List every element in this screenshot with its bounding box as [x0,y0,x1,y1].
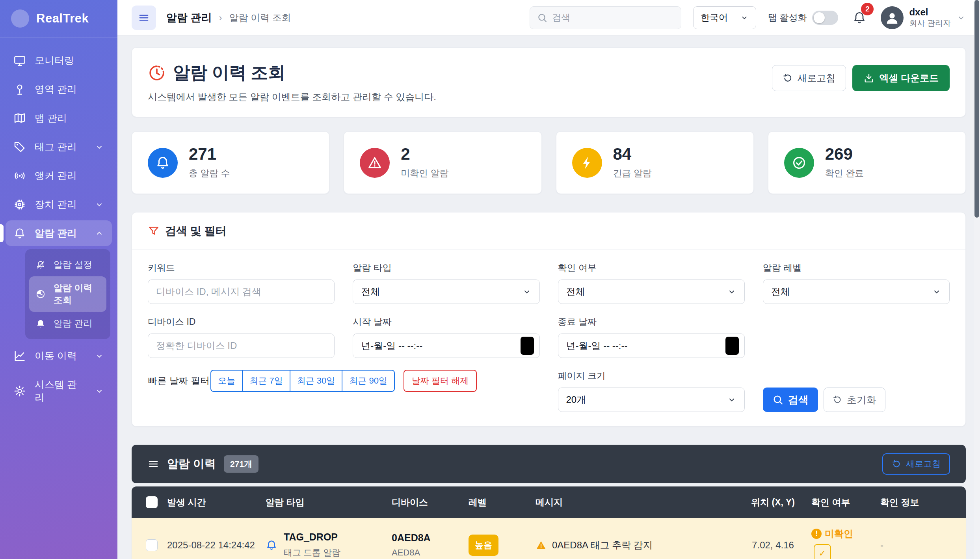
sidebar-item-label: 시스템 관리 [35,378,86,404]
table-row[interactable]: 2025-08-22 14:24:42 TAG_DROP 태그 드롭 알람 0A… [132,518,966,559]
cell-level: 높음 [469,535,536,556]
search-input[interactable] [552,12,674,23]
language-select[interactable]: 한국어 [693,6,756,29]
column-header: 발생 시간 [167,496,266,509]
keyword-input[interactable] [148,280,335,304]
warning-triangle-icon [536,540,547,551]
message-text: 0AED8A 태그 추락 감지 [552,539,653,552]
stat-label: 미확인 알람 [401,167,448,179]
cell-ack-info: - [880,540,966,551]
stat-card-critical: 84 긴급 알람 [556,131,754,194]
submenu-item-alarm-manage[interactable]: 알람 관리 [29,312,106,335]
stats-row: 271 총 알람 수 2 미확인 알람 84 긴급 알람 [132,131,966,194]
calendar-picker-icon[interactable] [725,337,739,355]
sidebar-item-system[interactable]: 시스템 관리 [6,372,112,410]
warning-triangle-icon [360,148,390,178]
tag-icon [13,141,26,153]
scrollbar-thumb[interactable] [974,0,979,218]
submenu-item-alarm-settings[interactable]: 알람 설정 [29,253,106,276]
search-button[interactable]: 검색 [763,388,818,412]
quick-date-30d-button[interactable]: 최근 30일 [290,370,342,392]
notifications-button[interactable]: 2 [850,8,869,27]
cell-device: 0AED8A AED8A [392,532,469,558]
sidebar-item-maps[interactable]: 맵 관리 [6,105,112,131]
submenu-item-alarm-history[interactable]: 알람 이력 조회 [29,276,106,312]
chevron-down-icon [95,351,104,361]
acknowledge-button[interactable]: ✓ [814,544,831,559]
anchor-signal-icon [13,170,26,182]
device-id-label: 디바이스 ID [148,316,335,328]
stat-card-unacknowledged: 2 미확인 알람 [344,131,541,194]
breadcrumb-section[interactable]: 알람 관리 [166,11,212,25]
sidebar-item-anchors[interactable]: 앵커 관리 [6,163,112,188]
user-name: dxel [909,7,951,18]
quick-date-90d-button[interactable]: 최근 90일 [342,370,395,392]
sidebar-item-tags[interactable]: 태그 관리 [6,134,112,160]
page-title-block: 알람 이력 조회 시스템에서 발생한 모든 알람 이벤트를 조회하고 관리할 수… [148,61,436,103]
row-checkbox[interactable] [146,539,158,551]
sidebar-item-devices[interactable]: 장치 관리 [6,192,112,217]
quick-date-today-button[interactable]: 오늘 [210,370,242,392]
sidebar-nav: 모니터링 영역 관리 맵 관리 태그 관리 [0,41,117,559]
alarm-type-value: 전체 [361,285,380,298]
sidebar-item-alarms[interactable]: 알람 관리 [6,220,112,246]
alarm-type-select[interactable]: 전체 [353,280,539,304]
alarm-table: 발생 시간 알람 타입 디바이스 레벨 메시지 위치 (X, Y) 확인 여부 … [132,486,966,559]
clear-date-filter-button[interactable]: 날짜 필터 해제 [404,370,477,392]
page-content: 알람 이력 조회 시스템에서 발생한 모든 알람 이벤트를 조회하고 관리할 수… [117,35,980,559]
sidebar-item-monitoring[interactable]: 모니터링 [6,48,112,73]
refresh-button[interactable]: 새로고침 [772,65,846,91]
breadcrumb-separator-icon: › [219,12,222,23]
filter-actions: 검색 초기화 [763,370,950,412]
column-header: 확인 정보 [880,496,966,509]
sidebar-item-areas[interactable]: 영역 관리 [6,76,112,102]
field-page-size: 페이지 크기 20개 [558,370,745,412]
bell-outline-icon [266,539,277,551]
history-clock-icon [148,64,166,82]
chevron-down-icon [727,287,736,296]
bell-icon [148,148,178,178]
quick-date-7d-button[interactable]: 최근 7일 [242,370,289,392]
tab-activation-toggle[interactable] [812,11,838,25]
sidebar-item-movement-history[interactable]: 이동 이력 [6,343,112,369]
refresh-icon [892,459,901,469]
page-size-value: 20개 [566,393,586,406]
language-select-value: 한국어 [701,11,728,24]
select-all-checkbox[interactable] [146,496,158,508]
user-role: 회사 관리자 [909,18,951,28]
scrollbar-track [974,0,980,559]
list-icon [147,458,159,470]
excel-download-button[interactable]: 엑셀 다운로드 [852,65,950,91]
reset-button[interactable]: 초기화 [824,388,885,412]
sidebar-toggle-button[interactable] [132,6,156,30]
column-header: 알람 타입 [266,496,392,509]
table-refresh-button[interactable]: 새로고침 [882,453,950,475]
chip-icon [13,198,26,211]
calendar-picker-icon[interactable] [521,337,534,355]
search-button-label: 검색 [788,393,809,407]
ack-status-select[interactable]: 전체 [558,280,745,304]
monitor-icon [13,54,26,67]
breadcrumb-page: 알람 이력 조회 [229,11,291,24]
alarm-level-select[interactable]: 전체 [763,280,950,304]
field-spacer [763,316,950,358]
stat-card-total-alarms: 271 총 알람 수 [132,131,329,194]
main-area: 알람 관리 › 알람 이력 조회 한국어 탭 활성화 [117,0,980,559]
stat-label: 긴급 알람 [613,167,652,179]
notification-badge: 2 [861,3,874,15]
chevron-down-icon [95,386,104,396]
end-date-input[interactable]: 년-월-일 -- --:-- [558,334,745,358]
funnel-icon [148,225,160,237]
lightning-icon [572,148,602,178]
page-size-select[interactable]: 20개 [558,388,745,412]
quick-date-filter-label: 빠른 날짜 필터 [148,370,210,392]
cell-time: 2025-08-22 14:24:42 [167,540,266,551]
column-header: 위치 (X, Y) [735,496,811,509]
device-id-input[interactable] [148,334,335,358]
user-menu[interactable]: dxel 회사 관리자 [881,6,966,29]
stat-card-acknowledged: 269 확인 완료 [768,131,966,194]
alarm-level-value: 전체 [771,285,790,298]
ack-status-label: 확인 여부 [558,262,745,274]
start-date-input[interactable]: 년-월-일 -- --:-- [353,334,539,358]
device-id: 0AED8A [392,532,469,544]
